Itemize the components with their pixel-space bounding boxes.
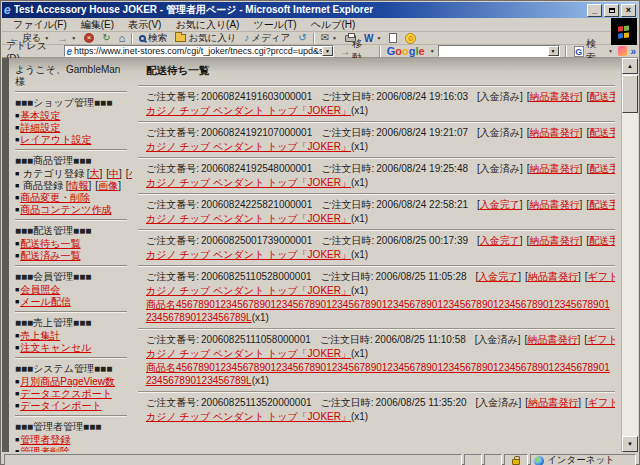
google-history-dropdown-button[interactable]: ▼ [548,46,559,56]
delivery-arranged-link[interactable]: 配送手配完了 [589,199,615,210]
close-button[interactable]: × [621,4,636,17]
toolbar-separator [379,46,381,57]
delivery-arranged-link[interactable]: 配送手配完了 [589,91,615,102]
messenger-smiley-icon: ☺ [405,33,416,44]
product-info-link[interactable]: 情報 [69,180,89,191]
order-entry: ご注文番号:20060825111058000001ご注文日時:2006/08/… [138,333,615,393]
delivery-arranged-link[interactable]: 配送手配完了 [589,127,615,138]
media-button[interactable]: ♪ メディア [240,32,294,45]
sidebar-section-admin: ■■■管理者管理■■■ [15,421,129,433]
product-link[interactable]: カジノ チップ ペンダント トップ「JOKER」 [146,177,351,188]
menu-help[interactable]: ヘルプ(H) [304,18,363,32]
scroll-down-button[interactable]: ▼ [622,436,638,452]
minimize-button[interactable]: _ [587,4,602,17]
sidebar: ようこそ、GambleMan 様 ■■■ショップ管理■■■ 基本設定 詳細設定 … [9,58,132,452]
product-link[interactable]: カジノ チップ ペンダント トップ「JOKER」 [146,285,351,296]
menu-view[interactable]: 表示(V) [121,18,168,32]
windows-flag-icon [618,25,630,38]
invoice-issue-link[interactable]: 納品書発行 [528,271,578,282]
gift-link[interactable]: ギフト [587,271,615,282]
address-field: e ▼ [64,45,334,57]
search-button[interactable]: 検索 [135,32,171,45]
order-number: 20060825113520000001 [201,397,312,408]
window-title: Test Accessory House JOKER - 管理者用ページ - M… [14,3,587,17]
invoice-issue-link[interactable]: 納品書発行 [530,127,580,138]
printer-icon [345,35,356,42]
highlighter-icon[interactable] [618,46,628,56]
more-buttons-chevron-icon[interactable]: » [630,46,636,57]
payment-status-label: 入金済み [480,127,520,138]
item-quantity: (x1) [252,312,269,323]
delivery-arranged-link[interactable]: 配送手配完了 [589,235,615,246]
product-link[interactable]: カジノ チップ ペンダント トップ「JOKER」 [146,249,351,260]
invoice-issue-link[interactable]: 納品書発行 [530,91,580,102]
forward-dropdown-icon[interactable]: ▼ [71,35,76,41]
google-search-input[interactable] [439,46,548,56]
home-button[interactable]: ⌂ [115,32,130,45]
product-link[interactable]: 商品名4567890123456789012345678901234567890… [146,362,610,386]
sidebar-item-basic-settings: 基本設定 [15,110,129,122]
gift-link[interactable]: ギフト [588,397,615,408]
product-link[interactable]: カジノ チップ ペンダント トップ「JOKER」 [146,105,351,116]
product-link[interactable]: カジノ チップ ペンダント トップ「JOKER」 [146,141,351,152]
stop-button[interactable]: × [80,32,98,45]
category-middle-link[interactable]: 中 [109,168,119,179]
scroll-up-button[interactable]: ▲ [622,58,638,74]
product-image-link[interactable]: 画像 [98,180,118,191]
edit-dropdown-icon[interactable]: ▼ [376,35,381,41]
vertical-scrollbar[interactable]: ▲ ▼ [621,58,638,452]
order-number: 20060824192107000001 [201,127,312,138]
title-bar: e Test Accessory House JOKER - 管理者用ページ -… [2,2,638,18]
invoice-issue-link[interactable]: 納品書発行 [527,334,577,345]
invoice-issue-link[interactable]: 納品書発行 [529,235,579,246]
product-link[interactable]: カジノ チップ ペンダント トップ「JOKER」 [146,213,351,224]
payment-status-label: 入金済み [480,91,520,102]
status-bar: インターネット [2,452,638,465]
page-title: 配送待ち一覧 [138,58,615,81]
entry-separator [138,391,615,393]
payment-complete-link[interactable]: 入金完了 [480,235,520,246]
menu-edit[interactable]: 編集(E) [74,18,121,32]
restore-icon [609,8,615,13]
product-link[interactable]: カジノ チップ ペンダント トップ「JOKER」 [146,411,351,422]
favorites-button[interactable]: お気に入り [171,32,240,45]
scroll-thumb[interactable] [622,75,638,113]
history-button[interactable]: ↺ [294,32,310,45]
menu-favorites[interactable]: お気に入り(A) [168,18,246,32]
product-link[interactable]: 商品名4567890123456789012345678901234567890… [146,299,610,323]
invoice-issue-link[interactable]: 納品書発行 [529,199,579,210]
sidebar-section-delivery: ■■■配送管理■■■ [15,225,129,237]
payment-complete-link[interactable]: 入金完了 [478,271,518,282]
delivery-arranged-link[interactable]: 配送手配完了 [589,163,615,174]
invoice-issue-link[interactable]: 納品書発行 [530,163,580,174]
google-search-dropdown-icon[interactable]: ▼ [608,48,613,54]
history-icon: ↺ [298,33,306,43]
refresh-icon: ↻ [102,33,110,43]
gift-link[interactable]: ギフト [587,334,615,345]
invoice-issue-link[interactable]: 納品書発行 [528,397,578,408]
entry-separator [138,193,615,195]
refresh-button[interactable]: ↻ [98,32,114,45]
product-link[interactable]: カジノ チップ ペンダント トップ「JOKER」 [146,348,351,359]
address-input[interactable] [74,46,322,56]
sidebar-section-sales: ■■■売上管理■■■ [15,317,129,329]
browser-window: e Test Accessory House JOKER - 管理者用ページ -… [0,0,640,465]
restore-button[interactable] [604,4,619,17]
payment-complete-link[interactable]: 入金完了 [480,199,520,210]
menu-tools[interactable]: ツール(T) [246,18,303,32]
address-dropdown-button[interactable]: ▼ [322,46,333,56]
category-large-link[interactable]: 大 [90,168,100,179]
entry-separator [138,85,615,87]
menu-file[interactable]: ファイル(F) [6,18,74,32]
edit-page-button[interactable] [385,32,401,45]
sidebar-item-order-cancel: 注文キャンセル [15,342,129,354]
ie-favicon-icon: e [4,4,11,16]
welcome-text: ようこそ、GambleMan 様 [15,64,129,88]
sidebar-item-mail-delivery: メール配信 [15,296,129,308]
google-logo-dropdown-icon[interactable]: ▼ [430,48,435,54]
status-panel-main [4,454,462,465]
order-datetime: 2006/08/24 19:25:48 [376,163,468,174]
order-datetime: 2006/08/25 11:10:58 [375,334,466,345]
internet-globe-icon [534,456,544,465]
messenger-button[interactable]: ☺ [401,32,420,45]
